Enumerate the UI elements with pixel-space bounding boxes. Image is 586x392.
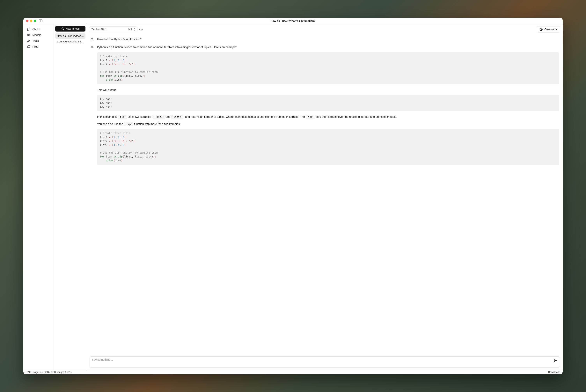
- user-icon: [90, 38, 94, 41]
- inline-code-zip-2: `zip`: [124, 122, 133, 126]
- window-controls: [23, 20, 36, 22]
- window-title: How do I use Python's zip function?: [23, 20, 562, 22]
- assistant-message-body: Python's zip function is used to combine…: [97, 45, 559, 168]
- close-window-button[interactable]: [26, 20, 28, 22]
- send-icon: [554, 358, 558, 362]
- nav-item-files[interactable]: Files: [25, 44, 52, 50]
- tools-icon: [27, 39, 30, 43]
- plus-circle-icon: [61, 27, 64, 30]
- svg-rect-5: [28, 45, 30, 48]
- sidebar-toggle-icon[interactable]: [39, 20, 42, 22]
- new-thread-button[interactable]: New Thread: [55, 26, 86, 32]
- svg-point-2: [30, 34, 30, 34]
- main-panel: Zephyr 7B β 4-bit Customize: [87, 24, 562, 370]
- inline-code-for: `for`: [306, 115, 315, 119]
- svg-point-11: [92, 47, 93, 48]
- customize-label: Customize: [544, 28, 557, 31]
- nav-item-chats[interactable]: Chats: [25, 26, 52, 32]
- thread-sidebar: New Thread How do I use Python… Can you …: [54, 24, 87, 370]
- code-block-1: # Create two lists list1 = [1, 2, 3] lis…: [97, 52, 559, 84]
- status-bar: RAM usage: 2.27 GB / CPU usage: 0.53% Do…: [23, 370, 562, 374]
- nav-label-models: Models: [32, 34, 41, 36]
- stepper-icon: [134, 28, 135, 31]
- new-thread-label: New Thread: [66, 27, 80, 30]
- model-bits: 4-bit: [128, 28, 135, 31]
- fullscreen-window-button[interactable]: [34, 20, 36, 22]
- output-label: This will output:: [97, 88, 559, 92]
- output-block: (1, 'a') (2, 'b') (3, 'c'): [97, 95, 559, 111]
- svg-point-4: [30, 36, 30, 36]
- svg-point-3: [28, 36, 28, 36]
- inline-code-list1: `list1`: [153, 115, 165, 119]
- models-icon: [27, 33, 30, 37]
- model-selector[interactable]: Zephyr 7B β 4-bit: [89, 26, 138, 32]
- customize-button[interactable]: Customize: [537, 26, 560, 32]
- history-icon[interactable]: [140, 28, 142, 31]
- app-window: How do I use Python's zip function? Chat…: [23, 18, 562, 374]
- explain-paragraph: In this example, `zip` takes two iterabl…: [97, 115, 559, 119]
- more-paragraph: You can also use the `zip` function with…: [97, 122, 559, 126]
- svg-point-10: [92, 47, 92, 48]
- files-icon: [27, 45, 30, 48]
- title-bar: How do I use Python's zip function?: [23, 18, 562, 24]
- assistant-intro: Python's zip function is used to combine…: [97, 45, 559, 49]
- svg-point-1: [28, 34, 28, 34]
- main-columns: Chats Models Tools Files: [23, 24, 562, 370]
- gear-icon: [540, 28, 543, 31]
- status-usage: RAM usage: 2.27 GB / CPU usage: 0.53%: [26, 371, 72, 374]
- primary-nav: Chats Models Tools Files: [23, 24, 54, 370]
- chat-scroll[interactable]: How do I use Python's zip function? Pyth…: [87, 34, 562, 356]
- message-user: How do I use Python's zip function?: [90, 37, 559, 42]
- status-downloads[interactable]: Downloads: [548, 371, 560, 374]
- composer-wrap: [87, 356, 562, 370]
- nav-label-files: Files: [32, 45, 38, 48]
- composer: [90, 356, 560, 368]
- svg-point-8: [92, 38, 93, 39]
- inline-code-list2: `list2`: [171, 115, 184, 119]
- model-name: Zephyr 7B β: [91, 28, 106, 31]
- thread-item[interactable]: Can you describe thi…: [55, 39, 86, 44]
- user-message-text: How do I use Python's zip function?: [97, 37, 559, 42]
- composer-input[interactable]: [92, 358, 553, 366]
- nav-label-chats: Chats: [32, 28, 40, 31]
- chat-toolbar: Zephyr 7B β 4-bit Customize: [87, 24, 562, 34]
- code-block-2: # Create three lists list1 = [1, 2, 3] l…: [97, 129, 559, 165]
- nav-label-tools: Tools: [32, 39, 39, 42]
- bot-icon: [90, 45, 94, 49]
- nav-item-tools[interactable]: Tools: [25, 38, 52, 44]
- svg-rect-9: [91, 46, 93, 48]
- message-assistant: Python's zip function is used to combine…: [90, 45, 559, 168]
- minimize-window-button[interactable]: [30, 20, 32, 22]
- chat-icon: [27, 28, 30, 31]
- nav-item-models[interactable]: Models: [25, 32, 52, 38]
- send-button[interactable]: [553, 358, 558, 363]
- thread-item[interactable]: How do I use Python…: [55, 33, 86, 39]
- inline-code-zip: `zip`: [118, 115, 127, 119]
- svg-point-7: [541, 29, 542, 30]
- thread-list: How do I use Python… Can you describe th…: [55, 33, 86, 44]
